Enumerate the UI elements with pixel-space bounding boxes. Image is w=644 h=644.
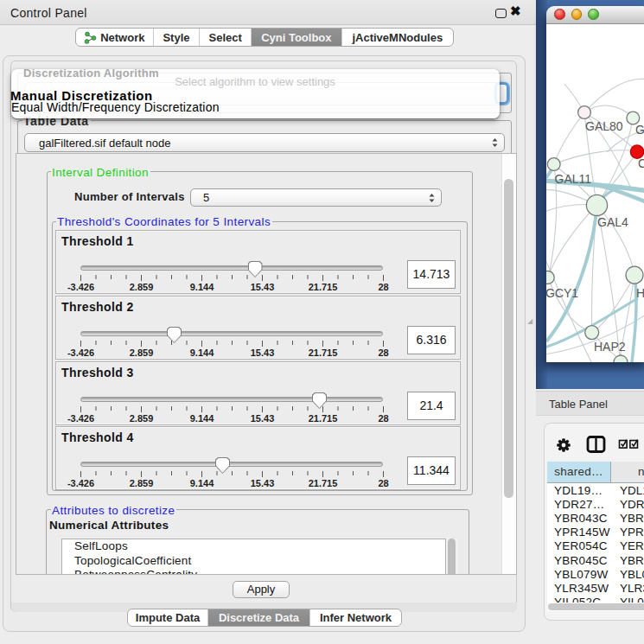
svg-text:GAL11: GAL11 bbox=[555, 172, 592, 186]
svg-text:HA: HA bbox=[636, 286, 644, 300]
svg-text:GA: GA bbox=[635, 123, 644, 137]
svg-text:HAP2: HAP2 bbox=[594, 340, 626, 354]
svg-text:CY: CY bbox=[638, 156, 644, 170]
svg-text:GAL4: GAL4 bbox=[597, 215, 628, 229]
svg-text:GAL80: GAL80 bbox=[585, 119, 623, 133]
svg-text:GCY1: GCY1 bbox=[546, 286, 578, 300]
